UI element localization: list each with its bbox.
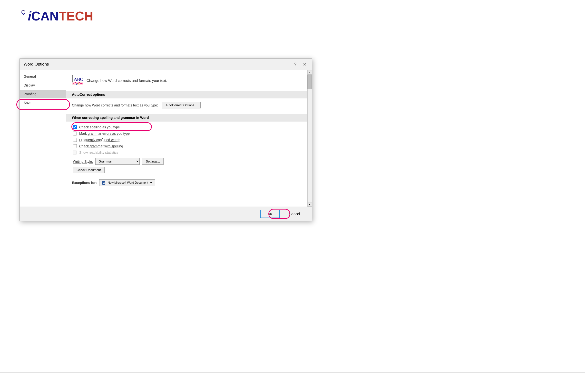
confused-words-checkbox[interactable] — [73, 138, 77, 142]
header-section: ABC Change how Word corrects and formats… — [72, 74, 306, 86]
logo: i CAN TECH — [20, 10, 93, 22]
logo-i: i — [28, 9, 31, 23]
scrollbar-thumb[interactable] — [307, 74, 312, 89]
mark-grammar-item: Mark grammar errors as you type — [73, 130, 306, 137]
svg-line-2 — [25, 11, 26, 11]
readability-checkbox — [73, 150, 77, 154]
bottom-divider — [0, 372, 585, 372]
check-grammar-item: Check grammar with spelling — [73, 143, 306, 149]
header-description: Change how Word corrects and formats you… — [87, 78, 167, 82]
exceptions-row: Exceptions for: W New Microsoft Word Doc… — [72, 177, 306, 186]
svg-text:ABC: ABC — [74, 77, 83, 82]
sidebar-item-save[interactable]: Save — [20, 98, 66, 107]
scrollbar-up-button[interactable]: ▲ — [308, 70, 312, 74]
main-content: ABC Change how Word corrects and formats… — [66, 70, 312, 206]
autocorrect-description: Change how Word corrects and formats tex… — [72, 103, 158, 107]
autocorrect-options-button[interactable]: AutoCorrect Options... — [162, 102, 201, 108]
word-options-dialog: Word Options ? ✕ General Display Proofin… — [20, 58, 312, 221]
check-spelling-checkbox[interactable] — [73, 125, 77, 129]
logo-lightbulb-icon — [20, 10, 27, 16]
writing-style-label: Writing Style: — [73, 160, 93, 164]
readability-item: Show readability statistics — [73, 149, 306, 156]
sidebar-item-general[interactable]: General — [20, 72, 66, 81]
sidebar-item-proofing[interactable]: Proofing — [20, 90, 66, 98]
sidebar-item-display[interactable]: Display — [20, 81, 66, 90]
exceptions-file-button[interactable]: W New Microsoft Word Document ▼ — [99, 179, 155, 186]
cancel-button[interactable]: Cancel — [282, 210, 307, 218]
abc-spell-icon: ABC — [72, 74, 84, 86]
writing-style-row: Writing Style: Grammar Grammar & Refinem… — [73, 158, 306, 165]
close-button[interactable]: ✕ — [301, 61, 308, 68]
ok-button[interactable]: OK — [260, 210, 280, 218]
help-button[interactable]: ? — [293, 62, 298, 68]
check-grammar-checkbox[interactable] — [73, 144, 77, 148]
scrollbar-track: ▲ ▼ — [307, 70, 312, 206]
svg-point-0 — [22, 10, 25, 14]
exceptions-label: Exceptions for: — [72, 181, 97, 185]
correcting-section-header: When correcting spelling and grammar in … — [66, 114, 312, 122]
word-doc-icon: W — [102, 180, 106, 185]
correcting-section: Check spelling as you type Mark grammar … — [72, 124, 306, 173]
dialog-body: General Display Proofing Save — [20, 70, 312, 206]
writing-style-select[interactable]: Grammar Grammar & Refinements — [95, 158, 140, 165]
exceptions-dropdown-icon: ▼ — [150, 181, 153, 184]
svg-line-3 — [22, 11, 22, 11]
confused-words-item: Frequently confused words — [73, 137, 306, 143]
readability-label: Show readability statistics — [79, 150, 118, 154]
top-divider — [0, 49, 585, 49]
dialog-titlebar: Word Options ? ✕ — [20, 59, 312, 70]
exceptions-file-label: New Microsoft Word Document — [108, 181, 148, 184]
check-doc-row: Check Document — [73, 167, 306, 173]
check-grammar-label: Check grammar with spelling — [79, 144, 123, 148]
autocorrect-row: Change how Word corrects and formats tex… — [72, 101, 306, 110]
logo-can: CAN — [31, 10, 59, 22]
mark-grammar-checkbox[interactable] — [73, 132, 77, 136]
titlebar-buttons: ? ✕ — [293, 61, 308, 68]
mark-grammar-label: Mark grammar errors as you type — [79, 132, 130, 136]
check-spelling-label: Check spelling as you type — [79, 125, 120, 129]
autocorrect-section-header: AutoCorrect options — [66, 91, 312, 98]
dialog-footer: OK Cancel — [20, 206, 312, 221]
dialog-title: Word Options — [24, 62, 49, 67]
check-document-button[interactable]: Check Document — [73, 167, 105, 173]
logo-tech: TECH — [59, 10, 93, 22]
settings-button[interactable]: Settings... — [142, 158, 164, 165]
check-spelling-item: Check spelling as you type — [73, 124, 306, 130]
sidebar: General Display Proofing Save — [20, 70, 66, 206]
svg-text:W: W — [103, 182, 105, 184]
confused-words-label: Frequently confused words — [79, 138, 120, 142]
scrollbar-down-button[interactable]: ▼ — [308, 202, 312, 206]
